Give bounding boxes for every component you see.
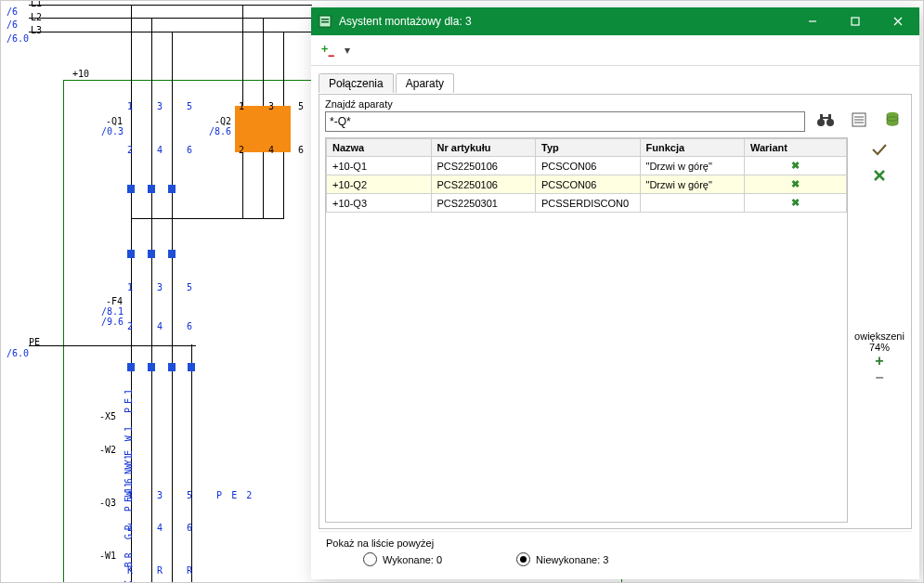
svg-rect-10 [828, 114, 831, 120]
tab-devices[interactable]: Aparaty [396, 73, 454, 93]
label-q3: -Q3 [99, 498, 116, 508]
radio-icon [363, 552, 377, 566]
table-row[interactable]: +10-Q1 PCS2250106 PCSCON06 "Drzwi w górę… [327, 157, 847, 175]
label-q3-bot-pins: 2 4 6 [127, 523, 202, 533]
maximize-button[interactable] [834, 7, 877, 35]
cell: PCSCON06 [536, 175, 641, 194]
cell [640, 194, 745, 213]
label-q1-bot-pins: 2 4 6 [127, 145, 202, 155]
col-type[interactable]: Typ [536, 139, 641, 157]
label-w1: -W1 [99, 551, 116, 561]
col-name[interactable]: Nazwa [327, 139, 432, 157]
assembly-assistant-dialog: Asystent montażowy dla: 3 +− ▾ Połączeni… [311, 7, 919, 579]
app-icon [311, 14, 339, 29]
footer-label: Pokaż na liście powyżej [326, 538, 904, 549]
cell: "Drzwi w górę" [640, 175, 745, 194]
search-input[interactable] [325, 111, 805, 132]
search-label: Znajdź aparaty [325, 98, 805, 110]
reject-button[interactable] [866, 165, 892, 186]
cell: PCS2250106 [431, 175, 536, 194]
label-x5: -X5 [99, 411, 116, 421]
svg-rect-4 [852, 18, 859, 25]
label-pe: PE [29, 337, 40, 347]
label-q1-ref: /0.3 [101, 126, 124, 136]
label-q2-top-pins: 1 3 5 [239, 101, 313, 111]
label-f4-bot-pins: 2 4 6 [127, 321, 202, 331]
cell: PCS2250301 [431, 194, 536, 213]
label-l3: L3 [31, 25, 42, 35]
label-l3-ref: /6.0 [7, 33, 29, 44]
sheet-icon[interactable] [846, 108, 872, 132]
tab-connections[interactable]: Połączenia [319, 73, 394, 93]
label-plus10: +10 [72, 69, 89, 79]
window-title: Asystent montażowy dla: 3 [339, 15, 791, 28]
label-w2-cols: BK BR GR PE16NYE [124, 447, 134, 583]
cell: "Drzwi w górę" [640, 157, 745, 175]
accept-button[interactable] [866, 139, 892, 160]
close-button[interactable] [877, 7, 919, 35]
x-icon: ✖ [791, 160, 800, 171]
database-icon[interactable] [879, 108, 905, 132]
radio-done-label: Wykonane: 0 [383, 554, 442, 565]
footer: Pokaż na liście powyżej Wykonane: 0 Niew… [319, 531, 912, 572]
label-q2-bot-pins: 2 4 6 [239, 145, 313, 155]
label-l1: L1 [31, 0, 42, 8]
side-column: owiększeni 74% + − [853, 137, 905, 523]
dialog-toolbar: +− ▾ [311, 35, 919, 66]
toolbar-dropdown-icon[interactable]: ▾ [345, 44, 350, 57]
zoom-value: 74% [853, 342, 905, 353]
variant-cell[interactable]: ✖ [745, 194, 847, 213]
label-q1-top-pins: 1 3 5 [127, 101, 202, 111]
x-icon: ✖ [791, 197, 800, 208]
svg-rect-9 [820, 114, 823, 120]
x-icon: ✖ [791, 178, 800, 189]
cell: +10-Q3 [327, 194, 432, 213]
binoculars-icon[interactable] [813, 108, 839, 132]
tab-panel-devices: Znajdź aparaty [319, 94, 912, 529]
label-w1-cols: K R R [127, 565, 202, 576]
variant-cell[interactable]: ✖ [745, 175, 847, 194]
label-l1-ref: /6 [7, 6, 18, 17]
svg-rect-2 [321, 21, 329, 23]
label-f4-top-pins: 1 3 5 [127, 282, 202, 292]
cell: PCSSERDISCON0 [536, 194, 641, 213]
col-article[interactable]: Nr artykułu [431, 139, 536, 157]
label-q1: -Q1 [106, 116, 123, 126]
tab-strip: Połączenia Aparaty [319, 71, 912, 92]
label-f4: -F4 [106, 296, 123, 306]
cell: PCS2250106 [431, 157, 536, 175]
svg-point-8 [826, 119, 834, 126]
devices-table[interactable]: Nazwa Nr artykułu Typ Funkcja Wariant +1… [325, 137, 848, 523]
label-l2-ref: /6 [7, 19, 18, 30]
label-w2: -W2 [99, 445, 116, 455]
zoom-out-button[interactable]: − [853, 369, 905, 386]
label-f4-ref2: /9.6 [101, 317, 124, 327]
minimize-button[interactable] [791, 7, 834, 35]
label-pe-ref: /6.0 [7, 348, 29, 358]
cell: +10-Q1 [327, 157, 432, 175]
col-func[interactable]: Funkcja [640, 139, 745, 157]
radio-pending[interactable]: Niewykonane: 3 [516, 552, 608, 566]
label-q2-ref: /8.6 [209, 126, 231, 136]
label-q3-top-pins: 1 3 5 PE2 [127, 490, 261, 500]
svg-rect-11 [823, 117, 828, 119]
cell: +10-Q2 [327, 175, 432, 194]
table-row[interactable]: +10-Q3 PCS2250301 PCSSERDISCON0 ✖ [327, 194, 847, 213]
radio-pending-label: Niewykonane: 3 [536, 554, 608, 565]
titlebar[interactable]: Asystent montażowy dla: 3 [311, 7, 919, 35]
cell: PCSCON06 [536, 157, 641, 175]
variant-cell[interactable]: ✖ [745, 157, 847, 175]
label-l2: L2 [31, 12, 42, 22]
col-variant[interactable]: Wariant [745, 139, 847, 157]
svg-point-7 [817, 119, 825, 126]
svg-rect-1 [321, 19, 329, 20]
zoom-in-button[interactable]: + [853, 353, 905, 369]
app-root: L1 /6 L2 /6 L3 /6.0 +10 -Q1 /0.3 -Q2 /8.… [0, 0, 924, 583]
label-f4-ref1: /8.1 [101, 306, 124, 317]
zoom-label: owiększeni [853, 330, 905, 342]
expand-collapse-button[interactable]: +− [317, 38, 341, 62]
radio-icon [516, 552, 530, 566]
radio-done[interactable]: Wykonane: 0 [363, 552, 442, 566]
label-q2: -Q2 [215, 116, 231, 126]
table-row[interactable]: +10-Q2 PCS2250106 PCSCON06 "Drzwi w górę… [327, 175, 847, 194]
